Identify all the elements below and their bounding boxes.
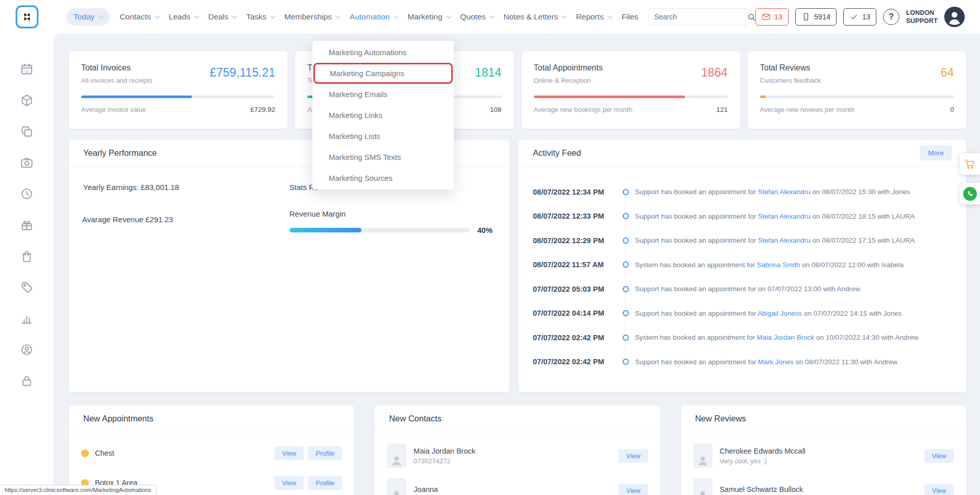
nav-item-automation[interactable]: Automation xyxy=(350,12,398,21)
new-contacts-title: New Contacts xyxy=(389,414,442,423)
view-button[interactable]: View xyxy=(619,449,648,463)
view-button[interactable]: View xyxy=(275,446,304,460)
feed-timestamp: 07/07/2022 05:03 PM xyxy=(533,285,619,293)
stat-progress-bar xyxy=(81,96,275,98)
check-icon xyxy=(849,12,859,21)
feed-contact-link[interactable]: Abigail Joness xyxy=(757,310,802,317)
nav-item-memberships[interactable]: Memberships xyxy=(284,12,340,21)
feed-marker-icon xyxy=(623,213,629,219)
cart-icon xyxy=(964,158,976,170)
topbar-right-cluster: 13 5914 13 ? LONDON SUPPORT xyxy=(649,7,965,27)
stat-value: £759,115.21 xyxy=(210,66,275,80)
search-icon[interactable] xyxy=(747,12,756,22)
stat-title: Total Reviews xyxy=(760,63,954,73)
dashboard-content: Total Invoices All invoices and receipts… xyxy=(53,34,980,495)
bottom-row: New Appointments Chest View Profile Boto… xyxy=(69,406,966,495)
nav-item-contacts[interactable]: Contacts xyxy=(119,12,159,21)
contact-name: Maia Jordan Brock xyxy=(413,447,475,455)
copy-icon[interactable] xyxy=(20,125,34,138)
middle-row: Yearly Performance Yearly Earnings: £83,… xyxy=(69,140,966,392)
chevron-down-icon xyxy=(607,14,612,19)
stat-card-total-reviews: Total Reviews Customers feedback 64 Aver… xyxy=(748,51,966,129)
nav-item-notes-letters[interactable]: Notes & Letters xyxy=(504,12,567,21)
profile-button[interactable]: Profile xyxy=(308,476,342,490)
nav-item-marketing[interactable]: Marketing xyxy=(408,12,451,21)
contact-phone: 0730274272 xyxy=(413,457,475,465)
help-button[interactable]: ? xyxy=(883,9,899,25)
chevron-down-icon xyxy=(562,14,567,19)
new-appointments-card: New Appointments Chest View Profile Boto… xyxy=(69,406,354,495)
stat-subtitle: Online & Reception xyxy=(534,77,728,84)
revenue-margin-fill xyxy=(289,228,361,232)
search-input[interactable] xyxy=(654,13,747,21)
user-avatar[interactable] xyxy=(944,7,965,27)
menu-item-marketing-emails[interactable]: Marketing Emails xyxy=(312,84,454,105)
feed-contact-link[interactable]: Sabrina Smith xyxy=(757,261,800,269)
menu-item-marketing-sources[interactable]: Marketing Sources xyxy=(312,168,454,188)
menu-item-marketing-campaigns[interactable]: Marketing Campaigns xyxy=(313,63,453,84)
more-button[interactable]: More xyxy=(920,146,952,160)
automation-dropdown-menu: Marketing Automations Marketing Campaign… xyxy=(312,41,454,190)
feed-item: 08/07/2022 12:29 PM Support has booked a… xyxy=(533,228,952,253)
menu-item-marketing-automations[interactable]: Marketing Automations xyxy=(312,42,454,63)
menu-item-marketing-sms-texts[interactable]: Marketing SMS Texts xyxy=(312,147,454,168)
lock-icon[interactable] xyxy=(20,374,34,388)
feed-text: Support has booked an appointment for Ab… xyxy=(635,310,901,317)
activity-feed-title: Activity Feed xyxy=(533,148,581,158)
stat-footer-label: Average new bookings per month xyxy=(534,106,632,113)
nav-item-today[interactable]: Today xyxy=(66,8,110,26)
nav-item-quotes[interactable]: Quotes xyxy=(460,12,494,21)
chevron-down-icon xyxy=(194,14,199,19)
average-revenue: Avarage Revenue £291.23 xyxy=(82,215,173,224)
feed-marker-icon xyxy=(623,262,629,268)
menu-item-marketing-lists[interactable]: Marketing Lists xyxy=(312,126,454,147)
support-icon[interactable] xyxy=(20,343,34,357)
calendar-icon[interactable]: 12 xyxy=(20,62,34,76)
stat-progress-fill xyxy=(760,96,766,98)
feed-contact-link[interactable]: Stefan Alexandru xyxy=(758,213,811,220)
package-icon[interactable] xyxy=(20,93,34,107)
feed-contact-link[interactable]: Maia Jordan Brock xyxy=(757,334,815,341)
stat-progress-fill xyxy=(81,96,192,98)
app-logo[interactable] xyxy=(15,5,39,29)
view-button[interactable]: View xyxy=(924,484,954,495)
menu-item-marketing-links[interactable]: Marketing Links xyxy=(312,105,454,126)
mail-counter[interactable]: 13 xyxy=(755,8,789,26)
new-reviews-title: New Reviews xyxy=(695,414,746,423)
nav-item-tasks[interactable]: Tasks xyxy=(246,12,275,21)
nav-item-reports[interactable]: Reports xyxy=(576,12,611,21)
profile-button[interactable]: Profile xyxy=(308,446,342,460)
feed-timestamp: 08/07/2022 12:34 PM xyxy=(533,188,619,196)
feed-contact-link[interactable]: Mark Jones xyxy=(758,358,794,366)
stat-footer-label: Average invoice value xyxy=(81,106,146,113)
view-button[interactable]: View xyxy=(275,476,304,490)
history-icon[interactable] xyxy=(20,187,34,201)
nav-item-leads[interactable]: Leads xyxy=(169,12,199,21)
browser-status-bar: https://server3.clinicsoftware.com/Marke… xyxy=(0,485,157,495)
tasks-counter[interactable]: 13 xyxy=(843,8,876,26)
gift-icon[interactable] xyxy=(20,218,34,232)
feed-item: 08/07/2022 12:34 PM Support has booked a… xyxy=(533,180,952,204)
tag-icon[interactable] xyxy=(20,280,34,294)
chevron-down-icon xyxy=(155,14,160,19)
feed-item: 08/07/2022 11:57 AM System has booked an… xyxy=(533,253,952,277)
camera-icon[interactable] xyxy=(20,156,34,170)
bar-chart-icon[interactable] xyxy=(20,312,34,325)
review-text: Very cool, yes :) xyxy=(720,457,805,465)
call-widget-button[interactable] xyxy=(960,183,980,204)
view-button[interactable]: View xyxy=(924,449,954,463)
cart-widget-button[interactable] xyxy=(960,153,980,175)
activity-feed-card: Activity Feed More 08/07/2022 12:34 PM S… xyxy=(519,140,966,392)
feed-marker-icon xyxy=(623,238,629,244)
feed-contact-link[interactable]: Stefan Alexandru xyxy=(758,237,811,244)
feed-contact-link[interactable]: Stefan Alexandru xyxy=(758,188,811,196)
stat-title: Total Appointments xyxy=(534,63,728,73)
phone-counter[interactable]: 5914 xyxy=(795,8,837,26)
feed-marker-icon xyxy=(623,335,629,341)
shopping-bag-icon[interactable] xyxy=(20,249,34,263)
nav-item-deals[interactable]: Deals xyxy=(208,12,237,21)
feed-text: Support has booked an appointment for St… xyxy=(635,213,915,220)
feed-text: System has booked an appointment for Mai… xyxy=(635,334,918,341)
nav-item-files[interactable]: Files xyxy=(622,12,639,21)
view-button[interactable]: View xyxy=(619,484,648,495)
